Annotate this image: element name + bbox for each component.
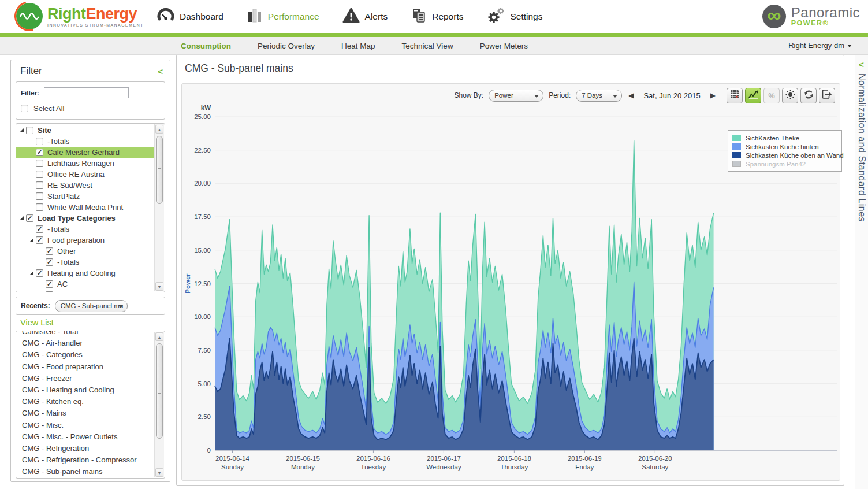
nav-item-settings[interactable]: Settings (486, 7, 542, 27)
collapse-sidebar-icon[interactable]: < (158, 66, 163, 76)
expand-panel-icon[interactable]: < (859, 60, 864, 69)
y-tick-label: 10.00 (194, 313, 211, 320)
tree-item-lichthaus-remagen[interactable]: Lichthaus Remagen (16, 158, 154, 169)
chevron-down-icon (118, 305, 123, 308)
tree-checkbox[interactable] (36, 160, 43, 167)
tree-item-site[interactable]: Site (16, 125, 154, 136)
next-date-button[interactable]: ▶ (709, 91, 717, 99)
tree-checkbox[interactable]: ✓ (26, 214, 33, 222)
tree-checkbox[interactable]: ✓ (46, 280, 53, 288)
view-list-item[interactable]: CMG - Misc. - Power Outlets (16, 431, 154, 443)
nav-item-performance[interactable]: Performance (247, 8, 319, 26)
line-chart-button[interactable] (745, 88, 761, 103)
tree-item-heating-and-cooling[interactable]: ✓Heating and Cooling (16, 268, 154, 279)
tree-checkbox[interactable] (26, 127, 33, 134)
scroll-up-icon[interactable]: ▲ (155, 332, 163, 341)
tree-checkbox[interactable]: ✓ (36, 225, 43, 233)
tab-consumption[interactable]: Consumption (181, 42, 231, 50)
sun-button[interactable] (782, 88, 798, 103)
legend-item[interactable]: Spannungsm Pan42 (732, 160, 837, 168)
view-list-scrollbar[interactable]: ▲ ▼ (154, 332, 164, 477)
legend-item[interactable]: SichKasten Theke (732, 134, 837, 142)
nav-item-dashboard[interactable]: Dashboard (157, 8, 223, 26)
tree-item--totals[interactable]: ✓-Totals (16, 224, 154, 235)
tree-expand-icon[interactable] (29, 271, 33, 275)
show-by-dropdown[interactable]: Power (489, 90, 543, 102)
tree-checkbox[interactable]: ✓ (36, 149, 43, 156)
green-divider-bar (0, 33, 868, 37)
tree-expand-icon[interactable] (29, 238, 33, 242)
view-list-item[interactable]: CMG - Air-handler (16, 338, 154, 349)
refresh-button[interactable] (800, 88, 817, 103)
tab-power-meters[interactable]: Power Meters (480, 42, 528, 50)
reports-icon (411, 8, 427, 26)
tab-heat-map[interactable]: Heat Map (341, 42, 375, 50)
view-list-item[interactable]: CMG - Mains (16, 408, 154, 419)
tree-checkbox[interactable]: ✓ (36, 236, 43, 244)
tree-expand-icon[interactable] (20, 216, 24, 220)
export-button[interactable] (819, 88, 835, 103)
scroll-down-icon[interactable]: ▼ (155, 468, 163, 477)
tab-periodic-overlay[interactable]: Periodic Overlay (258, 42, 315, 50)
tree-item-ac[interactable]: ✓AC (16, 279, 154, 290)
view-list-item[interactable]: CMG - Kitchen eq. (16, 396, 154, 408)
tree-item-food-preparation[interactable]: ✓Food preparation (16, 235, 154, 246)
calendar-grid-button[interactable] (727, 88, 743, 103)
filter-input[interactable] (44, 87, 129, 98)
scroll-down-icon[interactable]: ▼ (155, 282, 163, 291)
normalization-panel-collapsed[interactable]: < Normalization and Standard Lines (855, 55, 868, 489)
prev-date-button[interactable]: ◀ (627, 91, 635, 99)
recents-dropdown[interactable]: CMG - Sub-panel ma (55, 300, 128, 312)
tree-checkbox[interactable]: ✓ (46, 291, 53, 292)
tree-checkbox[interactable] (36, 138, 43, 145)
view-list-item[interactable]: CMG - Heating and Cooling (16, 384, 154, 396)
tree-item-label: Office RE Austria (47, 170, 105, 179)
nav-item-alerts[interactable]: Alerts (342, 8, 388, 26)
tree-scrollbar-thumb[interactable] (156, 136, 163, 204)
tree-item[interactable]: ✓ (16, 290, 154, 292)
tree-item-re-s-d-west[interactable]: RE Süd/West (16, 180, 154, 191)
view-list-item[interactable]: CMG - Misc. (16, 420, 154, 431)
view-list-item[interactable]: CMG - Refrigeration (16, 443, 154, 454)
tree-checkbox[interactable] (36, 203, 43, 211)
tree-item-office-re-austria[interactable]: Office RE Austria (16, 169, 154, 180)
account-name: Right Energy dm (788, 41, 844, 50)
tree-item-load-type-categories[interactable]: ✓Load Type Categories (16, 213, 154, 224)
nav-item-reports[interactable]: Reports (411, 8, 463, 26)
tree-item-other[interactable]: ✓Other (16, 246, 154, 257)
view-list-scrollbar-thumb[interactable] (156, 343, 163, 439)
tab-list: ConsumptionPeriodic OverlayHeat MapTechn… (181, 37, 528, 55)
normalization-panel-title: Normalization and Standard Lines (856, 73, 867, 222)
select-all-checkbox[interactable] (21, 105, 28, 112)
tree-checkbox[interactable]: ✓ (46, 247, 53, 255)
period-dropdown[interactable]: 7 Days (576, 90, 622, 102)
tree-checkbox[interactable]: ✓ (36, 269, 43, 277)
tree-item-label: White Wall Media Print (47, 203, 123, 212)
tree-item--totals[interactable]: -Totals (16, 136, 154, 147)
tree-checkbox[interactable]: ✓ (46, 258, 53, 266)
tree-expand-icon[interactable] (20, 128, 24, 132)
view-list-item[interactable]: CMG - Food preparation (16, 361, 154, 373)
tab-technical-view[interactable]: Technical View (402, 42, 453, 50)
brand-left: Right (47, 5, 85, 23)
tree-scrollbar[interactable]: ▲ ▼ (154, 124, 164, 291)
view-list-item[interactable]: CMG - Refrigeration - Compressor (16, 454, 154, 466)
view-list-item[interactable]: CafMstGe - Total (16, 331, 154, 338)
view-list-item[interactable]: CMG - Sub-panel mains (16, 466, 154, 477)
tree-checkbox[interactable] (36, 181, 43, 189)
view-list-item[interactable]: CMG - Categories (16, 349, 154, 361)
tree-item-white-wall-media-print[interactable]: White Wall Media Print (16, 202, 154, 213)
tree-item-startplatz[interactable]: StartPlatz (16, 191, 154, 202)
legend-swatch (732, 152, 741, 158)
account-dropdown[interactable]: Right Energy dm (788, 41, 852, 50)
tree-checkbox[interactable] (36, 171, 43, 178)
tree-item--totals[interactable]: ✓-Totals (16, 257, 154, 268)
legend-item[interactable]: Sichkasten Küche hinten (732, 142, 837, 151)
view-list-item[interactable]: CMG - Freezer (16, 373, 154, 384)
orange-arc (9, 0, 50, 37)
tree-checkbox[interactable] (36, 192, 43, 200)
scroll-up-icon[interactable]: ▲ (155, 125, 163, 134)
recents-box: Recents: CMG - Sub-panel ma (16, 297, 165, 315)
legend-item[interactable]: Sichkasten Küche oben an Wand (732, 151, 837, 160)
tree-item-cafe-meister-gerhard[interactable]: ✓Cafe Meister Gerhard (16, 147, 154, 158)
